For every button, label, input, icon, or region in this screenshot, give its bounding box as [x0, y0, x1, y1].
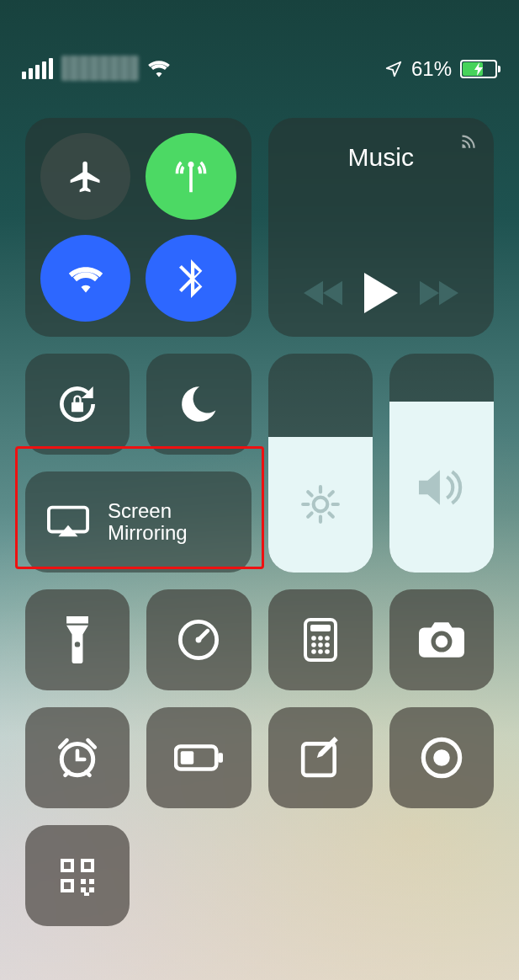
wifi-icon [147, 59, 171, 77]
alarm-button[interactable] [25, 707, 130, 808]
location-icon [384, 60, 403, 78]
svg-rect-18 [181, 751, 193, 764]
svg-rect-17 [219, 753, 224, 763]
calculator-icon [303, 618, 338, 662]
brightness-icon [299, 483, 342, 525]
flashlight-icon [62, 616, 93, 663]
moon-icon [177, 383, 220, 425]
qr-code-icon [57, 855, 98, 896]
status-bar: 61% [0, 0, 519, 93]
carrier-name-redacted [61, 56, 139, 81]
wifi-toggle[interactable] [40, 235, 130, 322]
screen-mirroring-icon [47, 504, 89, 540]
connectivity-group [25, 118, 252, 337]
battery-icon [174, 744, 223, 771]
bluetooth-icon [178, 259, 204, 298]
svg-point-13 [318, 649, 323, 654]
battery-icon [460, 60, 497, 78]
cellular-data-toggle[interactable] [146, 133, 236, 220]
compose-icon [299, 737, 342, 779]
svg-point-6 [311, 636, 316, 641]
screen-mirroring-label: Screen Mirroring [108, 500, 188, 545]
media-title: Music [348, 143, 414, 172]
qr-scanner-button[interactable] [25, 825, 130, 926]
orientation-lock-icon [54, 381, 101, 428]
svg-point-3 [196, 637, 202, 643]
rewind-button[interactable] [304, 279, 342, 311]
screen-mirroring-button[interactable]: Screen Mirroring [25, 471, 252, 573]
camera-button[interactable] [389, 589, 494, 690]
battery-percent: 61% [411, 57, 452, 81]
screen-record-button[interactable] [389, 707, 494, 808]
alarm-clock-icon [55, 736, 100, 780]
airplay-indicator-icon [457, 130, 479, 155]
fast-forward-button[interactable] [420, 279, 458, 311]
orientation-lock-toggle[interactable] [25, 354, 130, 455]
airplane-icon [67, 158, 104, 195]
volume-icon [419, 468, 464, 507]
svg-point-14 [325, 649, 330, 654]
airplane-mode-toggle[interactable] [40, 133, 130, 220]
svg-point-0 [313, 498, 327, 512]
calculator-button[interactable] [268, 589, 373, 690]
play-button[interactable] [363, 273, 400, 317]
brightness-slider[interactable] [268, 354, 373, 573]
notes-button[interactable] [268, 707, 373, 808]
do-not-disturb-toggle[interactable] [146, 354, 251, 455]
svg-point-10 [318, 642, 323, 647]
cellular-antenna-icon [172, 158, 209, 195]
wifi-icon [67, 260, 104, 297]
svg-point-12 [311, 649, 316, 654]
timer-button[interactable] [146, 589, 251, 690]
flashlight-button[interactable] [25, 589, 130, 690]
svg-point-11 [325, 642, 330, 647]
bluetooth-toggle[interactable] [146, 235, 236, 322]
timer-icon [177, 618, 220, 662]
svg-point-21 [433, 749, 450, 766]
low-power-mode-button[interactable] [146, 707, 251, 808]
svg-point-8 [325, 636, 330, 641]
volume-slider[interactable] [389, 354, 494, 573]
record-icon [420, 736, 463, 780]
svg-point-9 [311, 642, 316, 647]
cellular-signal-icon [22, 58, 53, 79]
svg-point-7 [318, 636, 323, 641]
media-controls[interactable]: Music [268, 118, 495, 337]
camera-icon [419, 622, 464, 658]
svg-rect-5 [310, 625, 331, 631]
